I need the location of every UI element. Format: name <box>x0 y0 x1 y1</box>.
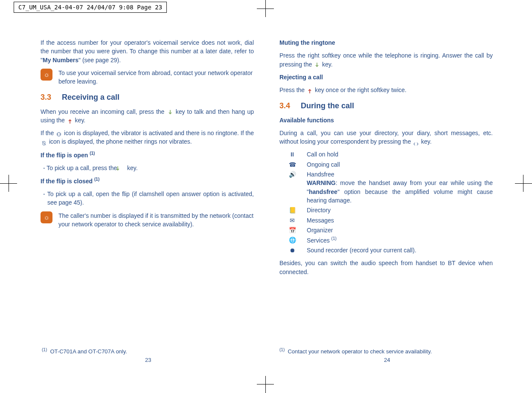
text: key once or the right softkey twice. <box>313 87 407 93</box>
footnote-marker: (1) <box>42 347 47 352</box>
warning-label: WARNING <box>307 179 336 186</box>
my-numbers-label: My Numbers <box>43 57 78 64</box>
section-heading-3-4: 3.4 During the call <box>279 100 493 111</box>
function-label: Messages <box>307 216 493 225</box>
function-row: 🌐 Services (1) <box>279 236 493 245</box>
tip-box: ☼ To use your voicemail service from abr… <box>41 69 254 86</box>
section-number: 3.3 <box>41 93 51 101</box>
call-key-icon <box>168 109 173 115</box>
section-heading-3-3: 3.3 Receiving a call <box>41 92 254 103</box>
hangup-key-icon <box>67 118 73 124</box>
page-left: If the access number for your operator's… <box>41 38 254 280</box>
text: " (see page 29). <box>78 57 121 64</box>
text: Press the <box>279 87 306 93</box>
footnote-text: Contact your network operator to check s… <box>288 348 432 355</box>
paragraph: Press the key once or the right softkey … <box>279 86 493 94</box>
function-label: Organizer <box>307 226 493 234</box>
text: key. <box>320 61 333 68</box>
text: key. <box>419 138 432 145</box>
text: Press the right softkey once while the t… <box>279 52 493 67</box>
paragraph: During a call, you can use your director… <box>279 129 493 146</box>
flip-open-heading: If the flip is open (1) <box>41 150 254 159</box>
function-row: ✉ Messages <box>279 216 493 225</box>
crop-mark <box>523 175 523 192</box>
function-row: ⏺ Sound recorder (record your current ca… <box>279 246 493 254</box>
text: Services <box>307 237 331 244</box>
muting-heading: Muting the ringtone <box>279 38 493 47</box>
intro-paragraph: If the access number for your operator's… <box>41 38 254 64</box>
tip-box: ☼ The caller's number is displayed if it… <box>41 211 254 229</box>
section-number: 3.4 <box>279 101 290 110</box>
footnote-left: (1) OT-C701A and OT-C707A only. <box>42 347 255 355</box>
call-key-icon <box>314 62 320 68</box>
text: If the flip is closed <box>41 178 94 185</box>
left-right-key-icon <box>413 139 419 145</box>
function-label: Directory <box>307 206 493 214</box>
text: When you receive an incoming call, press… <box>41 108 167 115</box>
function-label: Ongoing call <box>307 160 493 169</box>
crop-mark <box>9 175 9 192</box>
text: handsfree <box>309 188 337 195</box>
tip-text: To use your voicemail service from abroa… <box>58 69 254 86</box>
tip-text: The caller's number is displayed if it i… <box>58 211 254 229</box>
list-item: - To pick up a call, open the flip (if c… <box>41 190 254 207</box>
text: If the flip is open <box>41 151 90 158</box>
text: - To pick up a call, press the <box>43 165 119 171</box>
organizer-icon: 📅 <box>288 226 297 234</box>
function-row: 📒 Directory <box>279 206 493 214</box>
paragraph: Besides, you can switch the audio speech… <box>279 259 493 276</box>
function-label: Services (1) <box>307 236 493 245</box>
text: During a call, you can use your director… <box>279 130 493 145</box>
paragraph: When you receive an incoming call, press… <box>41 107 254 125</box>
text: icon is displayed, the vibrator is activ… <box>62 130 254 136</box>
list-item: - To pick up a call, press the key. <box>41 164 254 172</box>
paragraph: If the icon is displayed, the vibrator i… <box>41 129 254 146</box>
section-title: During the call <box>301 101 354 110</box>
footnote-marker: (1) <box>90 151 95 156</box>
text: If the <box>41 130 55 136</box>
lightbulb-icon: ☼ <box>41 69 52 81</box>
paragraph: Press the right softkey once while the t… <box>279 51 493 69</box>
crop-mark <box>257 384 274 384</box>
messages-icon: ✉ <box>288 216 297 225</box>
text: icon is displayed, the phone neither rin… <box>47 138 192 145</box>
directory-icon: 📒 <box>288 206 297 214</box>
crop-mark <box>515 183 532 184</box>
text: key. <box>73 117 86 124</box>
lightbulb-icon: ☼ <box>41 211 52 223</box>
footnote-marker: (1) <box>94 177 99 182</box>
page-number-right: 24 <box>384 357 390 363</box>
ongoing-call-icon: ☎ <box>288 160 297 169</box>
page-right: Muting the ringtone Press the right soft… <box>279 38 493 280</box>
hangup-key-icon <box>307 87 312 93</box>
rejecting-heading: Rejecting a call <box>279 73 493 81</box>
call-hold-icon: ⏸ <box>288 150 297 159</box>
services-icon: 🌐 <box>288 236 297 245</box>
vibrate-icon <box>56 130 61 136</box>
footnote-marker: (1) <box>331 236 337 241</box>
silent-icon <box>41 139 47 145</box>
function-row: 🔊 Handsfree WARNING: move the handset aw… <box>279 170 493 205</box>
function-row: ☎ Ongoing call <box>279 160 493 169</box>
function-row: ⏸ Call on hold <box>279 150 493 159</box>
call-key-icon <box>119 165 125 171</box>
flip-closed-heading: If the flip is closed (1) <box>41 176 254 185</box>
footnote-marker: (1) <box>279 347 285 352</box>
svg-rect-0 <box>58 133 60 136</box>
footnote-text: OT-C701A and OT-C707A only. <box>50 348 127 355</box>
recorder-icon: ⏺ <box>288 246 297 254</box>
function-row: 📅 Organizer <box>279 226 493 234</box>
available-functions-heading: Available functions <box>279 116 493 124</box>
crop-mark <box>257 9 274 9</box>
handsfree-icon: 🔊 <box>288 170 297 205</box>
text: key. <box>125 165 138 171</box>
text: Handsfree <box>307 171 334 178</box>
page-number-left: 23 <box>145 357 151 363</box>
footnote-right: (1) Contact your network operator to che… <box>279 347 493 355</box>
function-label: Sound recorder (record your current call… <box>307 246 493 254</box>
print-header: C7_UM_USA_24-04-07 24/04/07 9:08 Page 23 <box>14 2 167 13</box>
section-title: Receiving a call <box>62 93 119 101</box>
function-label: Call on hold <box>307 150 493 159</box>
function-label: Handsfree WARNING: move the handset away… <box>307 170 493 205</box>
crop-mark <box>265 376 266 393</box>
